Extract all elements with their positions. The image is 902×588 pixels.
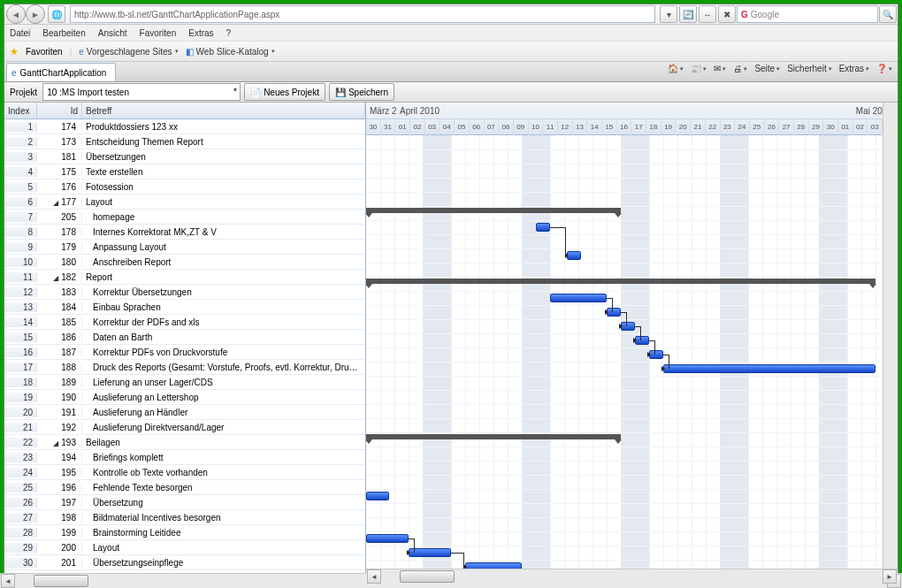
favorites-label[interactable]: Favoriten — [26, 47, 63, 57]
day-cell: 26 — [765, 119, 780, 135]
row-id: 191 — [37, 408, 82, 417]
task-row[interactable]: 14185Korrektur der PDFs and xls — [4, 315, 365, 330]
home-button[interactable]: 🏠▾ — [668, 64, 684, 73]
projekt-combo[interactable]: 10 :MS Import testen — [42, 83, 241, 101]
stop-icon[interactable]: ✖ — [718, 5, 736, 23]
page-icon[interactable]: 🌐 — [48, 5, 65, 23]
feed-button[interactable]: 📰▾ — [691, 64, 707, 73]
menu-ansicht[interactable]: Ansicht — [98, 28, 127, 38]
menu-extras[interactable]: Extras — [188, 28, 213, 38]
search-go-icon[interactable]: 🔍 — [879, 5, 897, 23]
task-bar[interactable] — [366, 534, 409, 543]
task-bar[interactable] — [536, 223, 550, 232]
gantt-chart[interactable] — [366, 135, 898, 584]
mail-button[interactable]: ✉▾ — [714, 64, 726, 73]
task-row[interactable]: 19190Auslieferung an Lettershop — [4, 390, 365, 405]
menu-favoriten[interactable]: Favoriten — [140, 28, 177, 38]
back-button[interactable]: ◄ — [6, 4, 26, 24]
task-row[interactable]: 25196Fehlende Texte besorgen — [4, 480, 365, 495]
favorites-bar: ★ Favoriten | eVorgeschlagene Sites▾ ◧We… — [4, 42, 898, 62]
menu-bearbeiten[interactable]: Bearbeiten — [42, 28, 85, 38]
search-box[interactable]: G Google — [737, 5, 878, 23]
help-button[interactable]: ❓▾ — [876, 64, 892, 73]
tab-title: GanttChartApplication — [20, 68, 107, 78]
menu-help[interactable]: ? — [226, 28, 232, 38]
task-row[interactable]: 22◢193Beilagen — [4, 435, 365, 450]
task-row[interactable]: 11◢182Report — [4, 270, 365, 285]
gantt-row — [366, 277, 898, 292]
task-bar[interactable] — [649, 350, 663, 359]
summary-bracket[interactable] — [366, 208, 621, 213]
task-row[interactable]: 8178Internes Korrektorat MK,ZT & V — [4, 225, 365, 240]
forward-button[interactable]: ► — [26, 4, 45, 24]
task-row[interactable]: 23194Briefings komplett — [4, 450, 365, 465]
tab-gantt[interactable]: e GanttChartApplication — [6, 63, 116, 81]
task-row[interactable]: 13184Einbau Sprachen — [4, 300, 365, 315]
task-row[interactable]: 2173Entscheidung Themen Report — [4, 134, 365, 149]
summary-bracket[interactable] — [366, 279, 875, 284]
task-row[interactable]: 5176Fotosession — [4, 179, 365, 195]
web-slice-link[interactable]: ◧Web Slice-Katalog▾ — [186, 47, 275, 57]
menu-datei[interactable]: Datei — [10, 28, 30, 38]
task-row[interactable]: 20191Auslieferung an Händler — [4, 405, 365, 420]
task-bar[interactable] — [663, 364, 875, 373]
page-menu[interactable]: Seite▾ — [754, 64, 780, 73]
task-row[interactable]: 21192Auslieferung Direktversand/Lager — [4, 420, 365, 435]
task-row[interactable]: 17188Druck des Reports (Gesamt: Vorstufe… — [4, 360, 365, 375]
month-left: März 2 — [370, 106, 397, 116]
row-betreff: Korrektur PDFs von Druckvorstufe — [82, 347, 365, 357]
task-row[interactable]: 24195Kontrolle ob Texte vorhanden — [4, 465, 365, 480]
task-bar[interactable] — [607, 308, 621, 317]
refresh-button[interactable]: 🔄 — [679, 5, 697, 23]
day-cell: 06 — [470, 119, 485, 135]
print-button[interactable]: 🖨▾ — [733, 64, 747, 73]
task-row[interactable]: 27198Bildmaterial Incentives besorgen — [4, 510, 365, 525]
extras-menu[interactable]: Extras▾ — [839, 64, 869, 73]
row-betreff: Daten an Barth — [82, 332, 365, 342]
day-cell: 02 — [853, 119, 868, 135]
col-betreff[interactable]: Betreff — [82, 103, 365, 118]
task-row[interactable]: 10180Anschreiben Report — [4, 255, 365, 270]
gantt-row — [366, 319, 898, 334]
task-bar[interactable] — [409, 548, 451, 557]
task-row[interactable]: 30201Übersetzungseinpflege — [4, 555, 365, 570]
task-row[interactable]: 7205homepage — [4, 210, 365, 225]
task-row[interactable]: 16187Korrektur PDFs von Druckvorstufe — [4, 345, 365, 360]
task-bar[interactable] — [621, 322, 635, 331]
gantt-vscroll[interactable] — [883, 103, 898, 569]
day-cell: 10 — [529, 119, 544, 135]
task-row[interactable]: 26197Übersetzung — [4, 495, 365, 510]
summary-bracket[interactable] — [366, 434, 621, 439]
task-row[interactable]: 9179Anpassung Layout — [4, 240, 365, 255]
row-betreff: Anschreiben Report — [82, 257, 365, 267]
gantt-hscroll[interactable]: ◄► — [366, 569, 898, 584]
task-row[interactable]: 6◢177Layout — [4, 195, 365, 210]
row-index: 7 — [4, 212, 37, 222]
timeline-header: März 2 April 2010 Mai 2010 3031010203040… — [366, 103, 898, 135]
speichern-button[interactable]: 💾Speichern — [329, 83, 394, 101]
task-row[interactable]: 3181Übersetzungen — [4, 149, 365, 164]
task-bar[interactable] — [550, 294, 607, 302]
task-row[interactable]: 15186Daten an Barth — [4, 330, 365, 345]
task-row[interactable]: 1174Produktdossiers 123 xx — [4, 119, 365, 134]
tab-bar: e GanttChartApplication 🏠▾ 📰▾ ✉▾ 🖨▾ Seit… — [4, 62, 898, 82]
suggested-sites-link[interactable]: eVorgeschlagene Sites▾ — [79, 47, 178, 57]
task-row[interactable]: 4175Texte erstellen — [4, 164, 365, 179]
task-row[interactable]: 28199Brainstorming Leitidee — [4, 525, 365, 540]
task-row[interactable]: 12183Korrektur Übersetzungen — [4, 285, 365, 300]
safety-menu[interactable]: Sicherheit▾ — [787, 64, 831, 73]
stop-button[interactable]: ↔ — [699, 5, 716, 23]
favorites-star-icon[interactable]: ★ — [10, 46, 19, 57]
col-id[interactable]: Id — [37, 103, 82, 118]
task-bar[interactable] — [366, 492, 389, 500]
col-index[interactable]: Index — [4, 103, 37, 118]
neues-projekt-button[interactable]: 📄Neues Projekt — [244, 83, 325, 101]
row-betreff: Layout — [82, 543, 365, 553]
task-bar[interactable] — [567, 251, 581, 260]
address-bar[interactable]: http://www.tb-sl.net/GanttChartApplicati… — [70, 5, 655, 23]
task-row[interactable]: 29200Layout — [4, 540, 365, 555]
tab-favicon-icon: e — [11, 68, 17, 78]
task-bar[interactable] — [635, 336, 649, 345]
go-button[interactable]: ▾ — [660, 5, 677, 23]
task-row[interactable]: 18189Lieferung an unser Lager/CDS — [4, 375, 365, 390]
